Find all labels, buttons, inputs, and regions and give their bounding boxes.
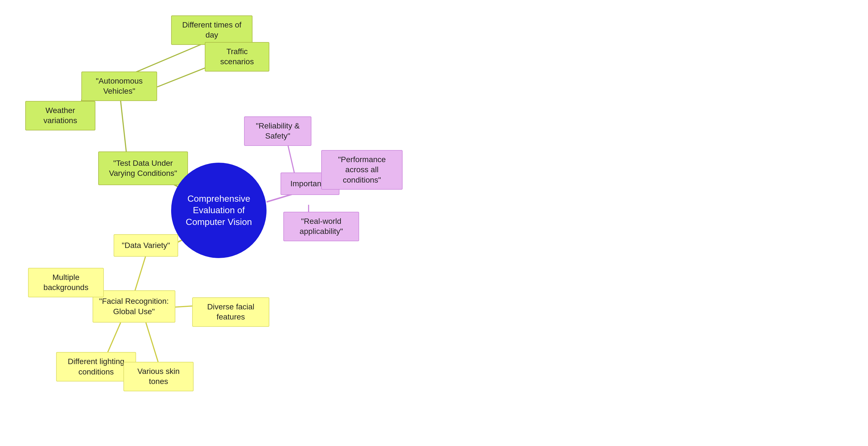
node-facial-recognition: "Facial Recognition: Global Use" (93, 290, 175, 323)
node-real-world: "Real-world applicability" (283, 212, 359, 241)
node-data-variety: "Data Variety" (114, 234, 178, 257)
svg-line-9 (106, 323, 121, 355)
node-performance: "Performance across all conditions" (321, 150, 403, 190)
node-diverse-facial: Diverse facial features (192, 297, 269, 327)
center-label: Comprehensive Evaluation of Computer Vis… (177, 193, 260, 228)
node-test-data: "Test Data Under Varying Conditions" (98, 152, 188, 185)
node-traffic: Traffic scenarios (205, 42, 269, 71)
node-different-times: Different times of day (171, 15, 252, 45)
svg-line-6 (135, 255, 146, 292)
node-autonomous: "Autonomous Vehicles" (81, 71, 157, 101)
node-reliability: "Reliability & Safety" (244, 117, 311, 146)
svg-line-1 (121, 101, 126, 152)
node-multiple-backgrounds: Multiple backgrounds (28, 268, 104, 297)
node-weather: Weather variations (25, 101, 95, 130)
center-node: Comprehensive Evaluation of Computer Vis… (171, 163, 267, 258)
svg-line-10 (146, 323, 158, 363)
node-various-skin: Various skin tones (123, 362, 193, 391)
